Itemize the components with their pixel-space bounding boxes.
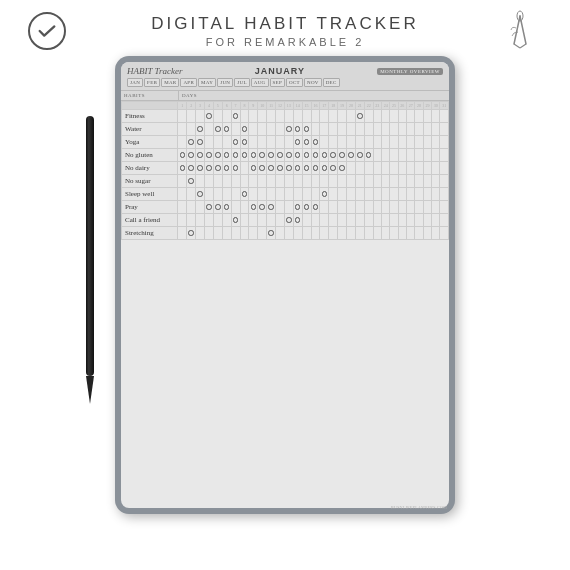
day-cell-6-15[interactable]: [311, 188, 320, 201]
day-cell-7-12[interactable]: [284, 201, 293, 214]
day-cell-8-30[interactable]: [440, 214, 449, 227]
day-cell-0-4[interactable]: [213, 110, 222, 123]
day-cell-4-3[interactable]: [205, 162, 214, 175]
day-cell-3-20[interactable]: [355, 149, 364, 162]
day-cell-5-4[interactable]: [213, 175, 222, 188]
day-cell-8-3[interactable]: [205, 214, 214, 227]
day-cell-9-27[interactable]: [415, 227, 423, 240]
day-cell-7-24[interactable]: [390, 201, 398, 214]
day-cell-5-22[interactable]: [373, 175, 381, 188]
day-cell-3-29[interactable]: [432, 149, 440, 162]
day-cell-9-22[interactable]: [373, 227, 381, 240]
day-cell-8-2[interactable]: [196, 214, 205, 227]
day-cell-1-15[interactable]: [311, 123, 320, 136]
day-cell-0-27[interactable]: [415, 110, 423, 123]
day-cell-4-23[interactable]: [382, 162, 390, 175]
day-cell-2-2[interactable]: [196, 136, 205, 149]
day-cell-8-8[interactable]: [249, 214, 258, 227]
day-cell-5-8[interactable]: [249, 175, 258, 188]
day-cell-4-17[interactable]: [329, 162, 338, 175]
day-cell-5-10[interactable]: [267, 175, 276, 188]
day-cell-8-6[interactable]: [231, 214, 240, 227]
day-cell-3-21[interactable]: [364, 149, 373, 162]
month-tab-jan[interactable]: JAN: [127, 78, 143, 87]
day-cell-9-18[interactable]: [338, 227, 347, 240]
day-cell-1-9[interactable]: [258, 123, 267, 136]
day-cell-6-19[interactable]: [347, 188, 356, 201]
day-cell-6-0[interactable]: [178, 188, 187, 201]
day-cell-4-24[interactable]: [390, 162, 398, 175]
day-cell-8-1[interactable]: [187, 214, 196, 227]
day-cell-7-27[interactable]: [415, 201, 423, 214]
day-cell-1-0[interactable]: [178, 123, 187, 136]
day-cell-5-14[interactable]: [302, 175, 311, 188]
day-cell-8-17[interactable]: [329, 214, 338, 227]
day-cell-9-11[interactable]: [276, 227, 285, 240]
day-cell-8-11[interactable]: [276, 214, 285, 227]
day-cell-2-15[interactable]: [311, 136, 320, 149]
day-cell-9-15[interactable]: [311, 227, 320, 240]
day-cell-5-20[interactable]: [355, 175, 364, 188]
day-cell-2-0[interactable]: [178, 136, 187, 149]
day-cell-1-16[interactable]: [320, 123, 329, 136]
day-cell-9-21[interactable]: [364, 227, 373, 240]
day-cell-8-28[interactable]: [423, 214, 431, 227]
day-cell-2-4[interactable]: [213, 136, 222, 149]
day-cell-5-27[interactable]: [415, 175, 423, 188]
day-cell-8-26[interactable]: [407, 214, 415, 227]
day-cell-5-23[interactable]: [382, 175, 390, 188]
day-cell-1-11[interactable]: [276, 123, 285, 136]
day-cell-2-1[interactable]: [187, 136, 196, 149]
day-cell-3-4[interactable]: [213, 149, 222, 162]
day-cell-9-12[interactable]: [284, 227, 293, 240]
day-cell-7-29[interactable]: [432, 201, 440, 214]
day-cell-1-12[interactable]: [284, 123, 293, 136]
day-cell-4-1[interactable]: [187, 162, 196, 175]
day-cell-0-20[interactable]: [355, 110, 364, 123]
day-cell-7-22[interactable]: [373, 201, 381, 214]
month-tab-may[interactable]: MAY: [198, 78, 216, 87]
day-cell-4-6[interactable]: [231, 162, 240, 175]
day-cell-9-26[interactable]: [407, 227, 415, 240]
day-cell-9-10[interactable]: [267, 227, 276, 240]
day-cell-3-17[interactable]: [329, 149, 338, 162]
day-cell-3-28[interactable]: [423, 149, 431, 162]
day-cell-8-16[interactable]: [320, 214, 329, 227]
month-tab-aug[interactable]: AUG: [251, 78, 269, 87]
day-cell-7-30[interactable]: [440, 201, 449, 214]
day-cell-7-8[interactable]: [249, 201, 258, 214]
day-cell-1-4[interactable]: [213, 123, 222, 136]
month-tab-sep[interactable]: SEP: [270, 78, 286, 87]
day-cell-8-7[interactable]: [240, 214, 249, 227]
day-cell-3-22[interactable]: [373, 149, 381, 162]
day-cell-0-21[interactable]: [364, 110, 373, 123]
day-cell-4-20[interactable]: [355, 162, 364, 175]
day-cell-7-11[interactable]: [276, 201, 285, 214]
day-cell-0-16[interactable]: [320, 110, 329, 123]
day-cell-2-3[interactable]: [205, 136, 214, 149]
day-cell-6-10[interactable]: [267, 188, 276, 201]
day-cell-3-12[interactable]: [284, 149, 293, 162]
day-cell-7-20[interactable]: [355, 201, 364, 214]
day-cell-7-0[interactable]: [178, 201, 187, 214]
day-cell-8-14[interactable]: [302, 214, 311, 227]
day-cell-5-29[interactable]: [432, 175, 440, 188]
day-cell-0-12[interactable]: [284, 110, 293, 123]
day-cell-3-16[interactable]: [320, 149, 329, 162]
day-cell-2-20[interactable]: [355, 136, 364, 149]
day-cell-8-0[interactable]: [178, 214, 187, 227]
day-cell-4-9[interactable]: [258, 162, 267, 175]
day-cell-1-13[interactable]: [293, 123, 302, 136]
day-cell-8-29[interactable]: [432, 214, 440, 227]
day-cell-6-8[interactable]: [249, 188, 258, 201]
day-cell-8-23[interactable]: [382, 214, 390, 227]
day-cell-6-30[interactable]: [440, 188, 449, 201]
day-cell-7-13[interactable]: [293, 201, 302, 214]
day-cell-2-16[interactable]: [320, 136, 329, 149]
day-cell-1-14[interactable]: [302, 123, 311, 136]
day-cell-0-7[interactable]: [240, 110, 249, 123]
day-cell-7-9[interactable]: [258, 201, 267, 214]
day-cell-4-4[interactable]: [213, 162, 222, 175]
day-cell-6-16[interactable]: [320, 188, 329, 201]
day-cell-9-24[interactable]: [390, 227, 398, 240]
